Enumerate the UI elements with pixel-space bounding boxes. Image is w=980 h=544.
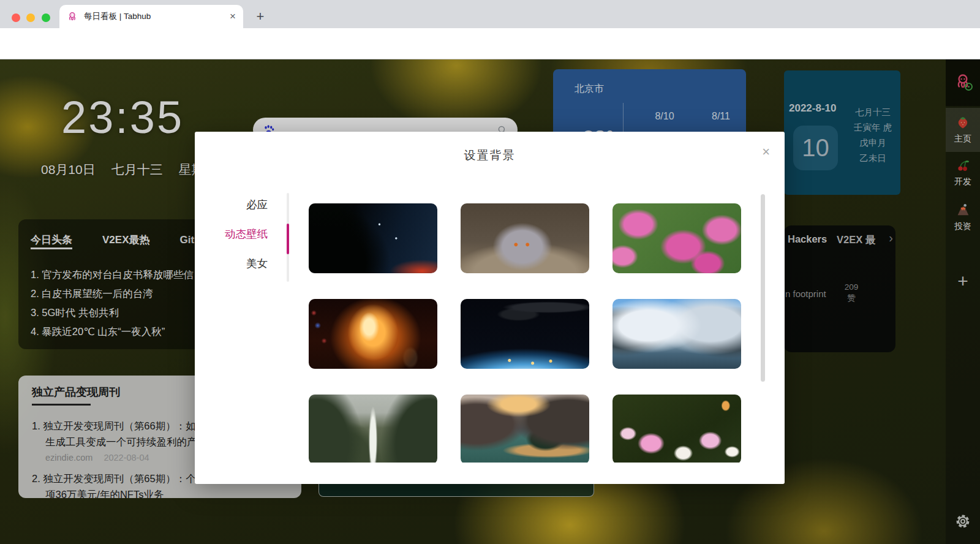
- modal-title: 设置背景: [195, 148, 785, 164]
- weekly-title-underline: [32, 404, 91, 406]
- sidebar-item-label: 主页: [946, 134, 980, 145]
- chevron-right-icon[interactable]: ›: [889, 231, 893, 245]
- tab-title: 每日看板 | Tabhub: [84, 11, 225, 22]
- browser-window: 每日看板 | Tabhub × + 在Google中搜索，或者输入一个网址: [0, 0, 980, 544]
- active-tab-underline: [31, 247, 72, 249]
- add-group-button[interactable]: +: [946, 271, 980, 292]
- wallpaper-thumbnail-night-sky[interactable]: [309, 203, 437, 273]
- calendar-widget[interactable]: 2022-8-10 10 七月十三 壬寅年 虎 戊申月 乙未日: [784, 70, 900, 195]
- sidebar-item-label: 开发: [946, 176, 980, 187]
- sidebar-item-invest[interactable]: 投资: [946, 199, 980, 240]
- tab-close-icon[interactable]: ×: [230, 10, 236, 23]
- news-tab-toutiao[interactable]: 今日头条: [31, 234, 72, 246]
- set-background-modal: 设置背景 × 必应 动态壁纸 美女: [195, 132, 785, 484]
- news-item[interactable]: 1. 官方发布的对台白皮书释放哪些信: [31, 268, 194, 282]
- tab-strip: 每日看板 | Tabhub × +: [0, 0, 980, 28]
- cherries-icon: [956, 158, 970, 173]
- volcano-icon: [956, 202, 971, 217]
- weekly-item-line2[interactable]: 生成工具变成一个可持续盈利的产: [45, 436, 197, 449]
- news-tab-git[interactable]: Git: [179, 234, 194, 246]
- wallpaper-nav-dynamic[interactable]: 动态壁纸: [195, 225, 268, 243]
- wallpaper-thumbnail-pink-flowers[interactable]: [612, 203, 741, 273]
- sidebar-item-label: 投资: [946, 221, 980, 232]
- strawberry-icon: [956, 115, 970, 130]
- right-sidebar: 主页 开发 投资 +: [946, 59, 980, 544]
- weather-city: 北京市: [575, 83, 604, 96]
- news-item[interactable]: 2. 白皮书展望统一后的台湾: [31, 287, 153, 301]
- browser-toolbar: 在Google中搜索，或者输入一个网址: [0, 28, 980, 59]
- new-tab-button[interactable]: +: [250, 9, 271, 25]
- page-content: 23:35 08月10日七月十三星期三 北京市 8/10 8/11 23°: [0, 59, 980, 544]
- news-panel-right: Hackers V2EX 最 › n footprint 209 赞: [784, 225, 895, 352]
- calendar-day: 10: [793, 126, 838, 170]
- weekly-item[interactable]: 2. 独立开发变现周刊（第65期）：个: [32, 472, 196, 486]
- clock-time: 23:35: [61, 91, 184, 143]
- logo-green-badge: [965, 83, 973, 91]
- weekly-title: 独立产品变现周刊: [32, 385, 120, 399]
- right-news-item[interactable]: n footprint: [785, 289, 826, 299]
- traffic-light-close[interactable]: [12, 13, 20, 22]
- right-news-tab-hackers[interactable]: Hackers: [788, 233, 827, 245]
- calendar-date: 2022-8-10: [789, 102, 837, 115]
- sidebar-item-home[interactable]: 主页: [946, 108, 980, 152]
- wallpaper-thumbnail-waterfall[interactable]: [309, 395, 437, 463]
- date-lunar: 七月十三: [111, 162, 163, 176]
- modal-close-icon[interactable]: ×: [762, 144, 770, 160]
- wallpaper-thumbnail-cosmos-flowers[interactable]: [612, 395, 741, 463]
- likes-badge: 209 赞: [838, 282, 865, 304]
- weekly-item[interactable]: 1. 独立开发变现周刊（第66期）：如: [32, 420, 196, 433]
- octopus-favicon: [67, 11, 78, 22]
- right-news-tab-v2ex[interactable]: V2EX 最: [837, 233, 875, 247]
- wallpaper-nav-beauty[interactable]: 美女: [195, 254, 268, 273]
- date-solar: 08月10日: [41, 162, 96, 176]
- nav-active-indicator: [287, 224, 289, 254]
- weekly-item-meta: ezindie.com2022-08-04: [45, 453, 149, 463]
- traffic-light-zoom[interactable]: [42, 13, 50, 22]
- modal-scrollbar-thumb[interactable]: [761, 194, 765, 382]
- browser-tab[interactable]: 每日看板 | Tabhub ×: [59, 5, 243, 28]
- traffic-light-minimize[interactable]: [26, 13, 35, 22]
- weekly-item-line2[interactable]: 项36万美元/年的NFTs业务: [45, 488, 164, 498]
- wallpaper-thumbnail-mountain-lake[interactable]: [612, 299, 741, 369]
- news-tab-v2ex[interactable]: V2EX最热: [102, 234, 149, 246]
- wallpaper-thumbnail-fireplace[interactable]: [309, 299, 437, 369]
- sidebar-item-dev[interactable]: 开发: [946, 154, 980, 195]
- wallpaper-thumbnail-cat[interactable]: [461, 203, 589, 273]
- news-item[interactable]: 3. 5G时代 共创共利: [31, 306, 119, 320]
- news-item[interactable]: 4. 暴跌近20℃ 山东“一夜入秋”: [31, 325, 165, 339]
- weather-day1: 8/10: [646, 111, 683, 122]
- wallpaper-thumbnail-sunset-lake[interactable]: [461, 395, 589, 463]
- tabhub-logo[interactable]: [946, 59, 980, 106]
- weather-day2: 8/11: [703, 111, 739, 122]
- settings-gear-icon[interactable]: [954, 513, 971, 530]
- calendar-lunar: 七月十三 壬寅年 虎 戊申月 乙未日: [848, 105, 898, 166]
- weekly-date: 2022-08-04: [104, 453, 149, 463]
- wallpaper-thumbnail-earth-space[interactable]: [461, 299, 589, 369]
- wallpaper-grid: [309, 203, 741, 463]
- weekly-source: ezindie.com: [45, 453, 92, 463]
- wallpaper-nav-bing[interactable]: 必应: [195, 195, 268, 214]
